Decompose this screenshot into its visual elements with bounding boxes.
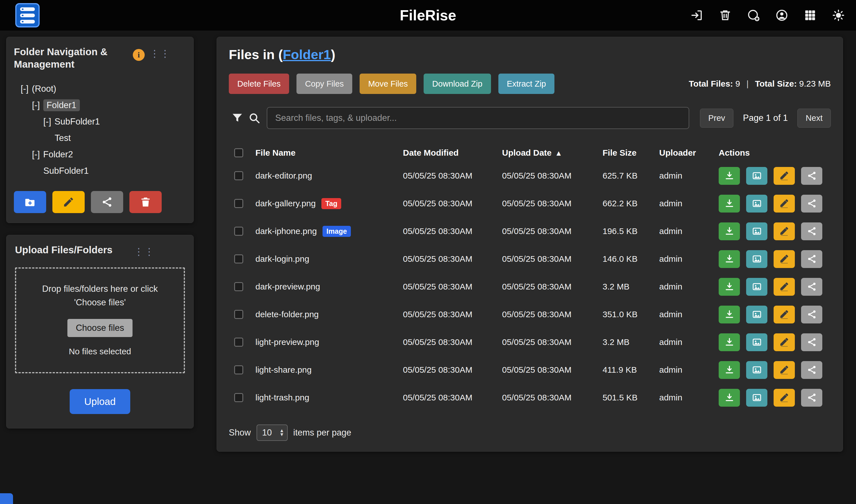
extract-zip-button[interactable]: Extract Zip xyxy=(499,74,555,94)
preview-file-button[interactable] xyxy=(746,334,767,351)
file-name[interactable]: dark-gallery.png xyxy=(256,199,316,208)
column-header-upload-date[interactable]: Upload Date▲ xyxy=(502,148,602,158)
column-header-file-name[interactable]: File Name xyxy=(249,148,403,158)
row-checkbox[interactable] xyxy=(234,338,243,347)
delete-folder-button[interactable] xyxy=(129,191,162,213)
select-all-checkbox[interactable] xyxy=(234,148,243,157)
create-folder-button[interactable] xyxy=(14,191,46,213)
share-file-button[interactable] xyxy=(801,195,822,213)
row-checkbox[interactable] xyxy=(234,227,243,236)
dropzone[interactable]: Drop files/folders here or click 'Choose… xyxy=(15,267,185,373)
file-name[interactable]: delete-folder.png xyxy=(256,310,319,319)
file-name[interactable]: dark-editor.png xyxy=(256,171,312,181)
file-name[interactable]: light-trash.png xyxy=(256,393,309,402)
upload-button[interactable]: Upload xyxy=(70,389,130,414)
share-file-button[interactable] xyxy=(801,278,822,296)
folder-name[interactable]: SubFolder1 xyxy=(55,116,100,127)
rename-file-button[interactable] xyxy=(774,306,795,323)
download-file-button[interactable] xyxy=(719,195,740,213)
apps-grid-button[interactable] xyxy=(803,8,818,23)
search-button[interactable] xyxy=(246,109,263,126)
drag-handle-icon[interactable]: ⋮⋮ xyxy=(150,48,171,59)
download-zip-button[interactable]: Download Zip xyxy=(424,74,491,94)
download-file-button[interactable] xyxy=(719,334,740,351)
row-checkbox[interactable] xyxy=(234,254,243,264)
row-checkbox[interactable] xyxy=(234,365,243,374)
logout-button[interactable] xyxy=(689,8,704,23)
rename-folder-button[interactable] xyxy=(52,191,85,213)
rename-file-button[interactable] xyxy=(774,222,795,240)
row-checkbox[interactable] xyxy=(234,310,243,319)
share-file-button[interactable] xyxy=(801,167,822,185)
rename-file-button[interactable] xyxy=(774,195,795,213)
download-file-button[interactable] xyxy=(719,306,740,323)
rename-file-button[interactable] xyxy=(774,250,795,268)
preview-file-button[interactable] xyxy=(746,278,767,296)
preview-file-button[interactable] xyxy=(746,167,767,185)
theme-toggle-button[interactable] xyxy=(831,8,846,23)
share-file-button[interactable] xyxy=(801,389,822,407)
preview-file-button[interactable] xyxy=(746,195,767,213)
rename-file-button[interactable] xyxy=(774,278,795,296)
folder-tree-item[interactable]: Test xyxy=(14,130,186,146)
next-page-button[interactable]: Next xyxy=(798,109,831,128)
search-input[interactable] xyxy=(267,107,689,129)
rename-file-button[interactable] xyxy=(774,389,795,407)
preview-file-button[interactable] xyxy=(746,250,767,268)
row-checkbox[interactable] xyxy=(234,282,243,291)
share-file-button[interactable] xyxy=(801,250,822,268)
user-button[interactable] xyxy=(774,8,789,23)
folder-tree-item[interactable]: [-](Root) xyxy=(14,80,186,97)
preview-file-button[interactable] xyxy=(746,389,767,407)
current-folder-link[interactable]: Folder1 xyxy=(283,47,331,62)
share-folder-button[interactable] xyxy=(91,191,123,213)
rename-file-button[interactable] xyxy=(774,167,795,185)
delete-button[interactable] xyxy=(718,8,733,23)
delete-files-button[interactable]: Delete Files xyxy=(229,74,289,94)
folder-tree-item[interactable]: [-]SubFolder1 xyxy=(14,113,186,130)
file-name[interactable]: light-share.png xyxy=(256,365,312,375)
file-name[interactable]: dark-preview.png xyxy=(256,282,320,291)
choose-files-button[interactable]: Choose files xyxy=(67,319,133,337)
folder-name[interactable]: (Root) xyxy=(32,84,56,94)
items-per-page-input[interactable]: 10 ▲▼ xyxy=(257,425,288,441)
folder-name[interactable]: Folder2 xyxy=(43,149,73,160)
column-header-date-modified[interactable]: Date Modified xyxy=(403,148,502,158)
file-name[interactable]: dark-iphone.png xyxy=(256,227,317,236)
download-file-button[interactable] xyxy=(719,278,740,296)
preview-file-button[interactable] xyxy=(746,222,767,240)
tree-collapse-toggle[interactable]: [-] xyxy=(32,100,40,110)
share-file-button[interactable] xyxy=(801,222,822,240)
move-files-button[interactable]: Move Files xyxy=(360,74,416,94)
download-file-button[interactable] xyxy=(719,222,740,240)
preview-file-button[interactable] xyxy=(746,361,767,379)
folder-name[interactable]: SubFolder1 xyxy=(43,166,89,176)
column-header-file-size[interactable]: File Size xyxy=(602,148,659,158)
drag-handle-icon[interactable]: ⋮⋮ xyxy=(134,246,155,257)
copy-files-button[interactable]: Copy Files xyxy=(296,74,352,94)
tree-collapse-toggle[interactable]: [-] xyxy=(32,149,40,160)
column-header-uploader[interactable]: Uploader xyxy=(659,148,719,158)
file-name[interactable]: light-preview.png xyxy=(256,337,319,347)
restore-button[interactable] xyxy=(746,8,761,23)
tree-collapse-toggle[interactable]: [-] xyxy=(21,84,29,94)
share-file-button[interactable] xyxy=(801,361,822,379)
download-file-button[interactable] xyxy=(719,361,740,379)
tree-collapse-toggle[interactable]: [-] xyxy=(43,116,51,127)
info-icon[interactable]: i xyxy=(133,49,145,61)
row-checkbox[interactable] xyxy=(234,199,243,208)
row-checkbox[interactable] xyxy=(234,393,243,402)
preview-file-button[interactable] xyxy=(746,306,767,323)
file-name[interactable]: dark-login.png xyxy=(256,254,309,264)
prev-page-button[interactable]: Prev xyxy=(700,109,733,128)
share-file-button[interactable] xyxy=(801,306,822,323)
folder-tree-item[interactable]: [-]Folder1 xyxy=(14,97,186,113)
number-stepper-icon[interactable]: ▲▼ xyxy=(279,429,284,436)
folder-name[interactable]: Test xyxy=(55,133,71,143)
folder-tree-item[interactable]: [-]Folder2 xyxy=(14,146,186,163)
folder-name[interactable]: Folder1 xyxy=(43,99,80,111)
app-logo[interactable] xyxy=(15,3,40,28)
download-file-button[interactable] xyxy=(719,250,740,268)
rename-file-button[interactable] xyxy=(774,361,795,379)
rename-file-button[interactable] xyxy=(774,334,795,351)
